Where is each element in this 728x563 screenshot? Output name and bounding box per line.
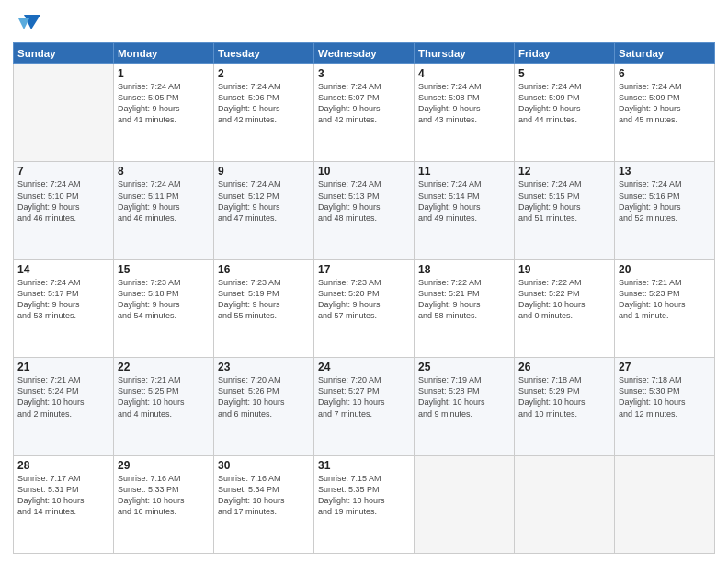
table-row: 21Sunrise: 7:21 AM Sunset: 5:24 PM Dayli…: [14, 358, 114, 455]
table-row: 28Sunrise: 7:17 AM Sunset: 5:31 PM Dayli…: [14, 455, 114, 553]
table-row: 5Sunrise: 7:24 AM Sunset: 5:09 PM Daylig…: [515, 64, 615, 162]
day-number: 19: [518, 263, 610, 276]
col-tuesday: Tuesday: [214, 43, 314, 64]
table-row: 14Sunrise: 7:24 AM Sunset: 5:17 PM Dayli…: [14, 259, 114, 357]
col-monday: Monday: [114, 43, 214, 64]
day-info: Sunrise: 7:24 AM Sunset: 5:09 PM Dayligh…: [518, 81, 610, 126]
table-row: 6Sunrise: 7:24 AM Sunset: 5:09 PM Daylig…: [615, 64, 715, 162]
day-number: 2: [218, 67, 310, 80]
page: Sunday Monday Tuesday Wednesday Thursday…: [0, 0, 728, 563]
table-row: 17Sunrise: 7:23 AM Sunset: 5:20 PM Dayli…: [314, 259, 415, 357]
day-info: Sunrise: 7:17 AM Sunset: 5:31 PM Dayligh…: [17, 473, 109, 518]
table-row: 11Sunrise: 7:24 AM Sunset: 5:14 PM Dayli…: [415, 162, 515, 259]
day-number: 18: [418, 263, 510, 276]
day-info: Sunrise: 7:24 AM Sunset: 5:14 PM Dayligh…: [418, 178, 510, 224]
col-saturday: Saturday: [615, 43, 715, 64]
table-row: 3Sunrise: 7:24 AM Sunset: 5:07 PM Daylig…: [314, 64, 415, 162]
table-row: 31Sunrise: 7:15 AM Sunset: 5:35 PM Dayli…: [314, 455, 415, 553]
day-info: Sunrise: 7:20 AM Sunset: 5:27 PM Dayligh…: [318, 374, 410, 419]
table-row: 18Sunrise: 7:22 AM Sunset: 5:21 PM Dayli…: [415, 259, 515, 357]
day-number: 7: [17, 165, 109, 178]
day-info: Sunrise: 7:24 AM Sunset: 5:17 PM Dayligh…: [17, 277, 109, 322]
day-number: 29: [118, 459, 210, 472]
day-info: Sunrise: 7:16 AM Sunset: 5:34 PM Dayligh…: [218, 473, 310, 518]
day-info: Sunrise: 7:24 AM Sunset: 5:15 PM Dayligh…: [518, 178, 610, 224]
day-number: 4: [418, 67, 510, 80]
day-info: Sunrise: 7:24 AM Sunset: 5:08 PM Dayligh…: [418, 81, 510, 126]
svg-marker-1: [18, 18, 29, 29]
table-row: [14, 64, 114, 162]
table-row: 2Sunrise: 7:24 AM Sunset: 5:06 PM Daylig…: [214, 64, 314, 162]
day-info: Sunrise: 7:21 AM Sunset: 5:24 PM Dayligh…: [17, 374, 109, 419]
day-number: 26: [518, 361, 610, 373]
table-row: 8Sunrise: 7:24 AM Sunset: 5:11 PM Daylig…: [114, 162, 214, 259]
day-number: 6: [619, 67, 711, 80]
table-row: [415, 455, 515, 553]
calendar-week-row: 21Sunrise: 7:21 AM Sunset: 5:24 PM Dayli…: [14, 358, 715, 455]
logo: [13, 9, 40, 35]
day-number: 30: [218, 459, 310, 472]
day-number: 15: [118, 263, 210, 276]
day-number: 3: [318, 67, 410, 80]
table-row: 25Sunrise: 7:19 AM Sunset: 5:28 PM Dayli…: [415, 358, 515, 455]
table-row: 20Sunrise: 7:21 AM Sunset: 5:23 PM Dayli…: [615, 259, 715, 357]
day-info: Sunrise: 7:22 AM Sunset: 5:22 PM Dayligh…: [518, 277, 610, 322]
table-row: 24Sunrise: 7:20 AM Sunset: 5:27 PM Dayli…: [314, 358, 415, 455]
day-info: Sunrise: 7:18 AM Sunset: 5:30 PM Dayligh…: [619, 374, 711, 419]
table-row: [515, 455, 615, 553]
day-info: Sunrise: 7:24 AM Sunset: 5:10 PM Dayligh…: [17, 178, 109, 224]
col-sunday: Sunday: [14, 43, 114, 64]
col-wednesday: Wednesday: [314, 43, 415, 64]
day-info: Sunrise: 7:23 AM Sunset: 5:18 PM Dayligh…: [118, 277, 210, 322]
calendar-table: Sunday Monday Tuesday Wednesday Thursday…: [13, 42, 715, 554]
table-row: 27Sunrise: 7:18 AM Sunset: 5:30 PM Dayli…: [615, 358, 715, 455]
day-number: 12: [518, 165, 610, 178]
day-number: 23: [218, 361, 310, 373]
day-info: Sunrise: 7:24 AM Sunset: 5:16 PM Dayligh…: [619, 178, 711, 224]
day-info: Sunrise: 7:15 AM Sunset: 5:35 PM Dayligh…: [318, 473, 410, 518]
table-row: 26Sunrise: 7:18 AM Sunset: 5:29 PM Dayli…: [515, 358, 615, 455]
day-number: 28: [17, 459, 109, 472]
day-info: Sunrise: 7:24 AM Sunset: 5:11 PM Dayligh…: [118, 178, 210, 224]
table-row: 13Sunrise: 7:24 AM Sunset: 5:16 PM Dayli…: [615, 162, 715, 259]
day-info: Sunrise: 7:16 AM Sunset: 5:33 PM Dayligh…: [118, 473, 210, 518]
day-info: Sunrise: 7:20 AM Sunset: 5:26 PM Dayligh…: [218, 374, 310, 419]
day-number: 16: [218, 263, 310, 276]
day-info: Sunrise: 7:22 AM Sunset: 5:21 PM Dayligh…: [418, 277, 510, 322]
calendar-week-row: 1Sunrise: 7:24 AM Sunset: 5:05 PM Daylig…: [14, 64, 715, 162]
day-number: 13: [619, 165, 711, 178]
day-number: 22: [118, 361, 210, 373]
table-row: 9Sunrise: 7:24 AM Sunset: 5:12 PM Daylig…: [214, 162, 314, 259]
calendar-week-row: 28Sunrise: 7:17 AM Sunset: 5:31 PM Dayli…: [14, 455, 715, 553]
table-row: 15Sunrise: 7:23 AM Sunset: 5:18 PM Dayli…: [114, 259, 214, 357]
day-number: 5: [518, 67, 610, 80]
day-info: Sunrise: 7:19 AM Sunset: 5:28 PM Dayligh…: [418, 374, 510, 419]
day-info: Sunrise: 7:23 AM Sunset: 5:20 PM Dayligh…: [318, 277, 410, 322]
day-info: Sunrise: 7:24 AM Sunset: 5:09 PM Dayligh…: [619, 81, 711, 126]
day-number: 21: [17, 361, 109, 373]
day-info: Sunrise: 7:18 AM Sunset: 5:29 PM Dayligh…: [518, 374, 610, 419]
calendar-week-row: 14Sunrise: 7:24 AM Sunset: 5:17 PM Dayli…: [14, 259, 715, 357]
day-number: 20: [619, 263, 711, 276]
day-info: Sunrise: 7:21 AM Sunset: 5:23 PM Dayligh…: [619, 277, 711, 322]
table-row: 23Sunrise: 7:20 AM Sunset: 5:26 PM Dayli…: [214, 358, 314, 455]
day-number: 27: [619, 361, 711, 373]
day-number: 9: [218, 165, 310, 178]
logo-icon: [15, 9, 40, 35]
table-row: 16Sunrise: 7:23 AM Sunset: 5:19 PM Dayli…: [214, 259, 314, 357]
calendar-week-row: 7Sunrise: 7:24 AM Sunset: 5:10 PM Daylig…: [14, 162, 715, 259]
header: [13, 9, 715, 35]
day-info: Sunrise: 7:21 AM Sunset: 5:25 PM Dayligh…: [118, 374, 210, 419]
day-number: 11: [418, 165, 510, 178]
table-row: 22Sunrise: 7:21 AM Sunset: 5:25 PM Dayli…: [114, 358, 214, 455]
table-row: 29Sunrise: 7:16 AM Sunset: 5:33 PM Dayli…: [114, 455, 214, 553]
day-info: Sunrise: 7:23 AM Sunset: 5:19 PM Dayligh…: [218, 277, 310, 322]
day-info: Sunrise: 7:24 AM Sunset: 5:06 PM Dayligh…: [218, 81, 310, 126]
day-number: 10: [318, 165, 410, 178]
table-row: 4Sunrise: 7:24 AM Sunset: 5:08 PM Daylig…: [415, 64, 515, 162]
day-number: 8: [118, 165, 210, 178]
table-row: 7Sunrise: 7:24 AM Sunset: 5:10 PM Daylig…: [14, 162, 114, 259]
day-info: Sunrise: 7:24 AM Sunset: 5:13 PM Dayligh…: [318, 178, 410, 224]
day-number: 14: [17, 263, 109, 276]
day-info: Sunrise: 7:24 AM Sunset: 5:05 PM Dayligh…: [118, 81, 210, 126]
